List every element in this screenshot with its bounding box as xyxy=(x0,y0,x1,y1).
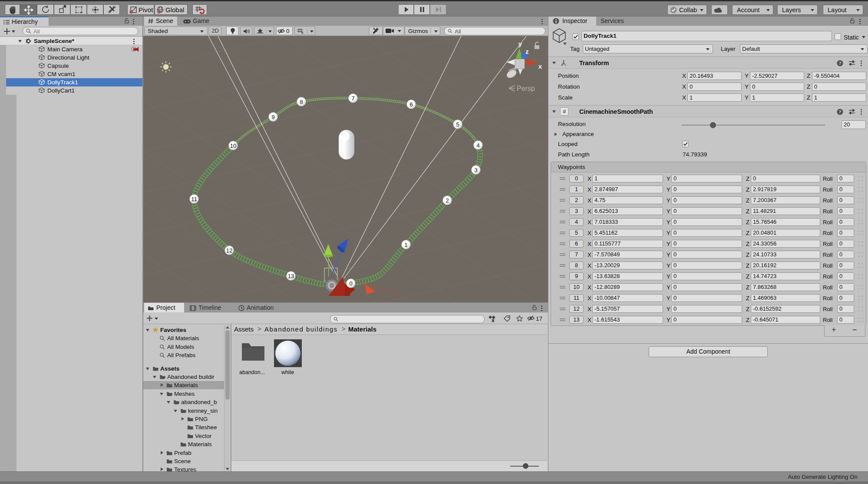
svg-text:11: 11 xyxy=(191,196,197,202)
svg-text:Persp: Persp xyxy=(517,85,535,92)
svg-text:4: 4 xyxy=(476,142,479,149)
svg-text:9: 9 xyxy=(271,114,274,120)
svg-text:12: 12 xyxy=(226,247,232,254)
svg-text:13: 13 xyxy=(288,273,294,279)
svg-text:6: 6 xyxy=(409,101,413,108)
svg-text:2: 2 xyxy=(446,197,449,204)
svg-text:5: 5 xyxy=(456,121,459,128)
svg-text:8: 8 xyxy=(300,99,303,105)
svg-text:7: 7 xyxy=(351,95,354,102)
svg-text:z: z xyxy=(525,48,529,55)
svg-text:x: x xyxy=(538,63,542,70)
svg-text:0: 0 xyxy=(349,280,352,287)
svg-text:3: 3 xyxy=(474,167,477,173)
svg-text:1: 1 xyxy=(404,242,407,248)
svg-text:?: ? xyxy=(839,109,842,114)
svg-text:10: 10 xyxy=(230,143,236,149)
svg-text:y: y xyxy=(518,40,522,47)
svg-text:?: ? xyxy=(839,60,842,66)
